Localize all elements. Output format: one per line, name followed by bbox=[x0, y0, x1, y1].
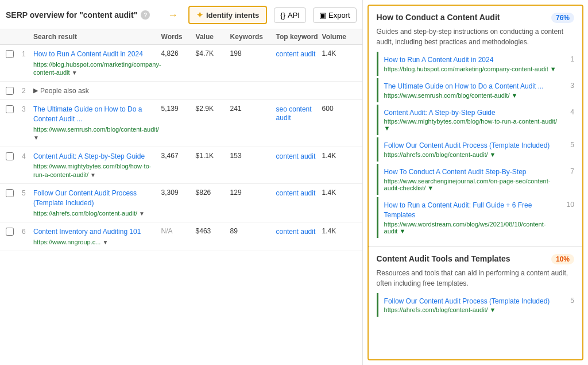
list-item: Content Audit: A Step-by-Step Guide http… bbox=[377, 105, 574, 136]
row-value: $463 bbox=[196, 227, 230, 235]
col-header-result[interactable]: Search result bbox=[33, 33, 161, 41]
result-link[interactable]: Follow Our Content Audit Process (Templa… bbox=[33, 189, 161, 208]
result-url: https://blog.hubspot.com/marketing/compa… bbox=[384, 66, 558, 72]
list-item: Follow Our Content Audit Process (Templa… bbox=[377, 137, 574, 162]
list-item: Follow Our Content Audit Process (Templa… bbox=[377, 293, 574, 317]
row-words: 5,139 bbox=[161, 105, 196, 113]
row-value: $1.1K bbox=[196, 152, 230, 160]
row-checkbox[interactable] bbox=[6, 105, 22, 113]
row-volume: 1.4K bbox=[322, 152, 357, 160]
row-topkw[interactable]: content audit bbox=[276, 152, 316, 160]
result-url: https://www.mightybytes.com/blog/how-to-… bbox=[384, 118, 558, 132]
row-num: 3 bbox=[22, 105, 33, 113]
result-link[interactable]: Content Audit: A Step-by-Step Guide bbox=[384, 108, 558, 118]
list-item: The Ultimate Guide on How to Do a Conten… bbox=[377, 78, 574, 102]
result-content: Follow Our Content Audit Process (Templa… bbox=[384, 141, 558, 158]
result-url: https://www.mightybytes.com/blog/how-to-… bbox=[33, 162, 161, 179]
table-row: 6 Content Inventory and Auditing 101 htt… bbox=[0, 222, 362, 251]
row-result: The Ultimate Guide on How to Do a Conten… bbox=[33, 105, 161, 141]
page-title: SERP overview for "content audit" ? bbox=[6, 10, 150, 20]
result-link[interactable]: Follow Our Content Audit Process (Templa… bbox=[384, 297, 558, 306]
row-topkw[interactable]: content audit bbox=[276, 50, 316, 58]
dropdown-icon[interactable]: ▼ bbox=[139, 210, 145, 217]
result-content: Content Audit: A Step-by-Step Guide http… bbox=[384, 108, 558, 132]
row-words: 3,309 bbox=[161, 189, 196, 197]
col-header-volume[interactable]: Volume bbox=[322, 33, 357, 41]
result-url: https://ahrefs.com/blog/content-audit/ ▼ bbox=[384, 151, 558, 158]
table-row: 1 How to Run A Content Audit in 2024 htt… bbox=[0, 45, 362, 82]
result-url: https://www.semrush.com/blog/content-aud… bbox=[33, 125, 161, 142]
result-link[interactable]: How to Run A Content Audit in 2024 bbox=[33, 49, 161, 59]
row-keywords: 89 bbox=[230, 227, 276, 235]
result-position: 5 bbox=[563, 141, 574, 149]
intent-section-tools: Content Audit Tools and Templates 10% Re… bbox=[369, 247, 582, 325]
table-row: 3 The Ultimate Guide on How to Do a Cont… bbox=[0, 100, 362, 147]
result-link[interactable]: How To Conduct A Content Audit Step-By-S… bbox=[384, 167, 558, 177]
intent-description: Resources and tools that can aid in perf… bbox=[377, 268, 574, 289]
result-content: How To Conduct A Content Audit Step-By-S… bbox=[384, 167, 558, 191]
dropdown-icon[interactable]: ▼ bbox=[102, 239, 108, 245]
result-url: https://ahrefs.com/blog/content-audit/ ▼ bbox=[33, 209, 161, 217]
row-result: Content Audit: A Step-by-Step Guide http… bbox=[33, 152, 161, 179]
result-position: 3 bbox=[563, 82, 574, 90]
header-bar: SERP overview for "content audit" ? → ✦ … bbox=[0, 6, 362, 29]
result-link[interactable]: Follow Our Content Audit Process (Templa… bbox=[384, 141, 558, 151]
row-keywords: 241 bbox=[230, 105, 276, 113]
list-item: How To Conduct A Content Audit Step-By-S… bbox=[377, 164, 574, 195]
row-volume: 1.4K bbox=[322, 227, 357, 235]
dropdown-icon[interactable]: ▼ bbox=[72, 70, 78, 76]
api-label: API bbox=[288, 11, 300, 20]
result-content: The Ultimate Guide on How to Do a Conten… bbox=[384, 82, 558, 99]
result-link[interactable]: The Ultimate Guide on How to Do a Conten… bbox=[33, 105, 161, 124]
dropdown-icon[interactable]: ▼ bbox=[90, 172, 96, 178]
intent-badge: 76% bbox=[551, 13, 574, 23]
table-header: Search result Words Value Keywords Top k… bbox=[0, 29, 362, 45]
export-label: Export bbox=[328, 11, 350, 20]
row-num: 5 bbox=[22, 189, 33, 197]
row-checkbox[interactable] bbox=[6, 152, 22, 160]
export-button[interactable]: ▣ Export bbox=[313, 7, 357, 23]
col-header-keywords[interactable]: Keywords bbox=[230, 33, 276, 41]
api-button[interactable]: {} API bbox=[274, 7, 306, 23]
row-result: Follow Our Content Audit Process (Templa… bbox=[33, 189, 161, 217]
list-item: How to Run a Content Audit: Full Guide +… bbox=[377, 197, 574, 238]
left-panel: SERP overview for "content audit" ? → ✦ … bbox=[0, 0, 363, 365]
result-position: 1 bbox=[563, 55, 574, 63]
arrow-icon: → bbox=[168, 9, 178, 21]
result-url: https://www.searchenginejournal.com/on-p… bbox=[384, 178, 558, 191]
row-topkw[interactable]: content audit bbox=[276, 228, 316, 236]
result-link[interactable]: The Ultimate Guide on How to Do a Conten… bbox=[384, 82, 558, 91]
result-position: 7 bbox=[563, 167, 574, 175]
col-header-topkw[interactable]: Top keyword bbox=[276, 33, 322, 41]
identify-intents-button[interactable]: ✦ Identify intents bbox=[188, 6, 267, 24]
result-url: https://blog.hubspot.com/marketing/compa… bbox=[33, 60, 161, 77]
row-keywords: 153 bbox=[230, 152, 276, 160]
row-num: 4 bbox=[22, 152, 33, 160]
row-value: $4.7K bbox=[196, 49, 230, 57]
row-topkw[interactable]: content audit bbox=[276, 189, 316, 197]
row-checkbox[interactable] bbox=[6, 189, 22, 197]
paa-label[interactable]: ▶ People also ask bbox=[33, 87, 357, 95]
intent-results-list: How to Run A Content Audit in 2024 https… bbox=[377, 52, 574, 238]
col-header-words[interactable]: Words bbox=[161, 33, 196, 41]
row-topkw[interactable]: seo content audit bbox=[276, 105, 312, 122]
paa-text: People also ask bbox=[40, 87, 89, 95]
col-header-value[interactable]: Value bbox=[196, 33, 230, 41]
dropdown-icon[interactable]: ▼ bbox=[33, 135, 39, 141]
row-checkbox[interactable] bbox=[6, 49, 22, 58]
paa-row: 2 ▶ People also ask bbox=[0, 82, 362, 100]
paa-checkbox[interactable] bbox=[6, 86, 22, 95]
result-link[interactable]: How to Run a Content Audit: Full Guide +… bbox=[384, 201, 558, 220]
list-item: How to Run A Content Audit in 2024 https… bbox=[377, 52, 574, 76]
result-content: How to Run A Content Audit in 2024 https… bbox=[384, 55, 558, 72]
result-link[interactable]: How to Run A Content Audit in 2024 bbox=[384, 55, 558, 65]
result-link[interactable]: Content Inventory and Auditing 101 bbox=[33, 227, 161, 237]
result-link[interactable]: Content Audit: A Step-by-Step Guide bbox=[33, 152, 161, 162]
api-icon: {} bbox=[280, 11, 285, 20]
right-panel: How to Conduct a Content Audit 76% Guide… bbox=[368, 5, 583, 360]
intent-results-list: Follow Our Content Audit Process (Templa… bbox=[377, 293, 574, 317]
header-actions: → ✦ Identify intents {} API ▣ Export bbox=[168, 6, 357, 24]
result-url: https://www.semrush.com/blog/content-aud… bbox=[384, 92, 558, 99]
row-checkbox[interactable] bbox=[6, 227, 22, 236]
help-icon[interactable]: ? bbox=[141, 10, 150, 20]
